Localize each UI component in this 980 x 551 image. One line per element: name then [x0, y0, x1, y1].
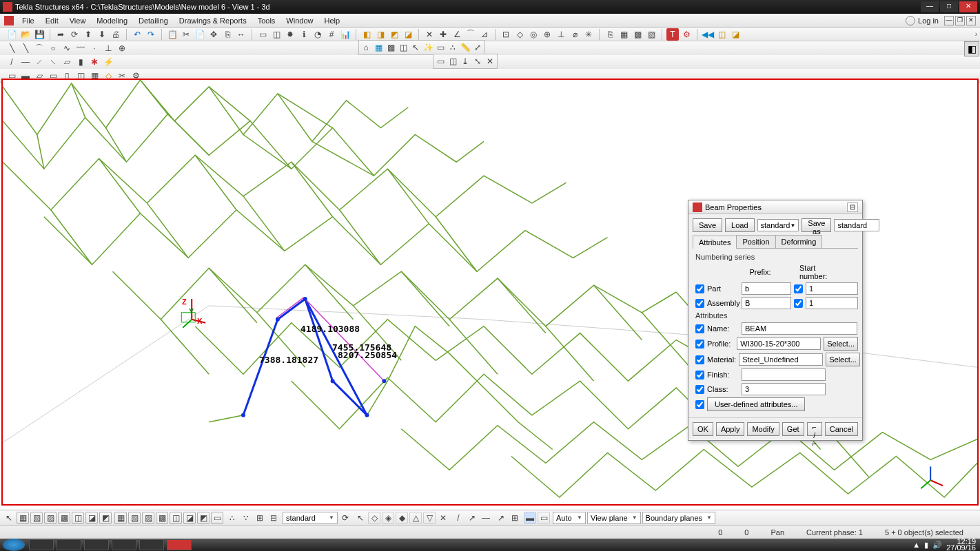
bolt-icon[interactable]: ✱: [88, 56, 101, 68]
sel-10-icon[interactable]: ▨: [142, 512, 154, 524]
minimize-button[interactable]: —: [921, 1, 939, 12]
dlg-filter-button[interactable]: ⌐ / ⌐: [807, 422, 822, 436]
sel-13-icon[interactable]: ◪: [183, 512, 196, 524]
publish-icon[interactable]: ⬆: [82, 28, 94, 41]
assembly-start-input[interactable]: [806, 297, 858, 309]
auto-combo[interactable]: Auto▼: [553, 512, 586, 524]
dim-arc-icon[interactable]: ⌒: [465, 28, 477, 41]
tool-b-icon[interactable]: ◨: [374, 28, 387, 41]
line-icon[interactable]: ╲: [6, 42, 18, 54]
dim-x-icon[interactable]: ✕: [423, 28, 436, 41]
dlg-load-button[interactable]: Load: [725, 218, 754, 232]
sel-12-icon[interactable]: ◫: [170, 512, 182, 524]
nav-3-icon[interactable]: ◪: [729, 28, 742, 41]
plate-icon[interactable]: ▱: [61, 56, 73, 68]
finish-check[interactable]: [695, 371, 704, 380]
inner-minimize-button[interactable]: —: [944, 16, 954, 25]
refresh-icon[interactable]: ⟳: [339, 512, 351, 524]
task-folder[interactable]: [57, 539, 81, 550]
menu-modeling[interactable]: Modeling: [91, 15, 133, 26]
wire-icon[interactable]: ▦: [372, 41, 385, 54]
inquire-icon[interactable]: ℹ: [298, 28, 310, 41]
snap-d-icon[interactable]: △: [409, 512, 422, 524]
dlg-ok-button[interactable]: OK: [693, 422, 713, 436]
ruler-icon[interactable]: 📏: [459, 41, 471, 54]
beam2-icon[interactable]: —: [19, 56, 32, 68]
scatter-icon[interactable]: ∴: [447, 41, 459, 54]
perp-icon[interactable]: ⊥: [102, 42, 114, 54]
move-icon[interactable]: ✥: [207, 28, 220, 41]
snap-int-icon[interactable]: ⊕: [541, 28, 553, 41]
cube-icon[interactable]: ◫: [397, 41, 409, 54]
dim-angle-icon[interactable]: ∠: [451, 28, 463, 41]
magic-icon[interactable]: ✨: [422, 41, 434, 54]
new-icon[interactable]: 📄: [6, 28, 18, 41]
part-check[interactable]: [695, 284, 704, 293]
ortho-icon[interactable]: ↗: [495, 512, 507, 524]
dlg-tab-position[interactable]: Position: [736, 235, 775, 248]
copy-obj-icon[interactable]: ⎘: [604, 28, 616, 41]
view-a-icon[interactable]: ▬: [524, 512, 536, 524]
obj-2-icon[interactable]: ▩: [631, 28, 644, 41]
cursor-icon[interactable]: ↖: [409, 41, 422, 54]
task-app1[interactable]: [112, 539, 136, 550]
beam3-icon[interactable]: ⟋: [33, 56, 45, 68]
undo-icon[interactable]: ↶: [131, 28, 143, 41]
clip-plane-icon[interactable]: ◫: [270, 28, 283, 41]
snap-perp-icon[interactable]: ⊥: [555, 28, 567, 41]
meas-arrow-icon[interactable]: ↗: [466, 512, 478, 524]
explode-icon[interactable]: ✸: [284, 28, 296, 41]
sel-5-icon[interactable]: ◫: [72, 512, 84, 524]
part-prefix-input[interactable]: [742, 282, 791, 295]
dlg-saveas-input[interactable]: [834, 219, 879, 231]
snap-x-icon[interactable]: ✕: [437, 512, 449, 524]
name-input[interactable]: [742, 322, 857, 335]
snap-near-icon[interactable]: ⌀: [569, 28, 581, 41]
copy-special-icon[interactable]: ⎘: [221, 28, 234, 41]
inner-close-button[interactable]: ✕: [966, 16, 976, 25]
app-menu-icon[interactable]: [4, 16, 14, 25]
chevron-right-icon[interactable]: ›: [975, 30, 977, 38]
sel-cursor-icon[interactable]: ↖: [3, 512, 15, 524]
weld-icon[interactable]: ⚡: [102, 56, 114, 68]
menu-view[interactable]: View: [64, 15, 92, 26]
snap-ctr-icon[interactable]: ◎: [527, 28, 540, 41]
box3-icon[interactable]: ▭: [434, 41, 447, 54]
login-button[interactable]: Log in: [906, 16, 939, 25]
grid-snap-icon[interactable]: ⊞: [509, 512, 521, 524]
menu-help[interactable]: Help: [318, 15, 345, 26]
dlg-saveas-button[interactable]: Save as: [802, 218, 831, 232]
phase-icon[interactable]: ◔: [312, 28, 324, 41]
redo-icon[interactable]: ↷: [145, 28, 157, 41]
boundary-combo[interactable]: Boundary planes▼: [642, 512, 715, 524]
maximize-button[interactable]: □: [940, 1, 958, 12]
sel-17-icon[interactable]: ∵: [240, 512, 252, 524]
start-button[interactable]: [3, 539, 25, 551]
uda-check[interactable]: [695, 400, 704, 409]
snap-e-icon[interactable]: ▽: [423, 512, 436, 524]
spline-icon[interactable]: 〰: [74, 42, 87, 54]
dlg-tab-deforming[interactable]: Deforming: [775, 235, 823, 248]
sel-1-icon[interactable]: ▦: [17, 512, 29, 524]
part-start-check[interactable]: [794, 284, 803, 293]
extract-icon[interactable]: ⤓: [459, 55, 471, 67]
dialog-titlebar[interactable]: Beam Properties ⊟: [688, 200, 862, 214]
dlg-cancel-button[interactable]: Cancel: [825, 422, 858, 436]
sel-9-icon[interactable]: ▧: [128, 512, 141, 524]
filter-combo[interactable]: standard▼: [283, 512, 338, 524]
dim-plus-icon[interactable]: ✚: [437, 28, 449, 41]
task-media[interactable]: [84, 539, 109, 550]
save-icon[interactable]: 💾: [33, 28, 45, 41]
obj-1-icon[interactable]: ▦: [617, 28, 630, 41]
material-select-button[interactable]: Select...: [826, 353, 860, 366]
curve-icon[interactable]: ∿: [61, 42, 73, 54]
solid-icon[interactable]: ▩: [385, 41, 397, 54]
class-check[interactable]: [695, 385, 704, 394]
sel-14-icon[interactable]: ◩: [197, 512, 210, 524]
sel-16-icon[interactable]: ∴: [226, 512, 238, 524]
task-explorer[interactable]: [29, 539, 54, 550]
beam4-icon[interactable]: ⟍: [47, 56, 59, 68]
expand-icon[interactable]: ⤢: [471, 41, 484, 54]
dlg-modify-button[interactable]: Modify: [747, 422, 779, 436]
tray-arrow-icon[interactable]: ▲: [912, 541, 920, 549]
